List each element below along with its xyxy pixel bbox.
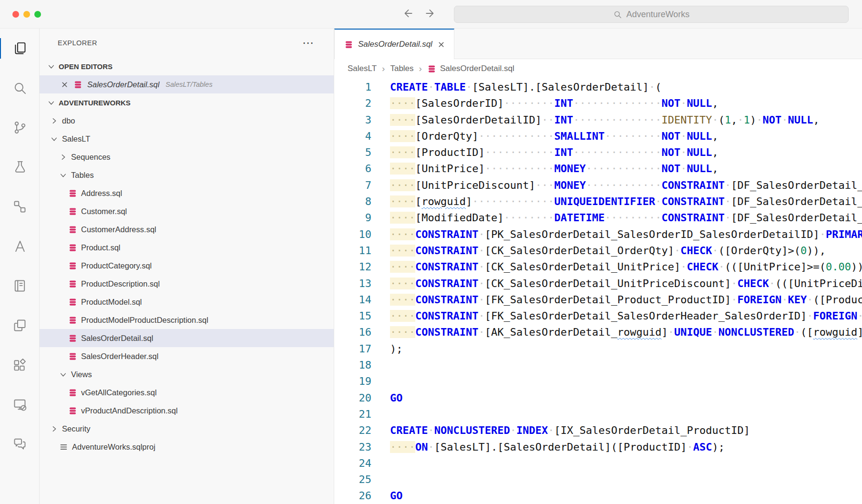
tree-item-adventureworks.sqlproj[interactable]: AdventureWorks.sqlproj (40, 438, 334, 456)
activity-bar-search-icon[interactable] (0, 68, 39, 108)
activity-bar-device-disconnect-icon[interactable] (0, 385, 39, 424)
tree-item-views[interactable]: Views (40, 365, 334, 383)
code-line-15[interactable]: 15····CONSTRAINT·[FK_SalesOrderDetail_Sa… (334, 308, 862, 324)
tree-item-tables[interactable]: Tables (40, 166, 334, 184)
activity-bar-comments-icon[interactable] (0, 424, 39, 464)
code-line-3[interactable]: 3····[SalesOrderDetailID]··INT··········… (334, 112, 862, 128)
code-line-text: ····[ProductID]···········INT···········… (371, 144, 718, 161)
line-number: 15 (334, 308, 371, 324)
code-line-11[interactable]: 11····CONSTRAINT·[CK_SalesOrderDetail_Or… (334, 243, 862, 259)
tree-item-product.sql[interactable]: Product.sql (40, 238, 334, 257)
tree-item-salesorderheader.sql[interactable]: SalesOrderHeader.sql (40, 347, 334, 365)
code-line-24[interactable]: 24 (334, 455, 862, 472)
code-line-13[interactable]: 13····CONSTRAINT·[CK_SalesOrderDetail_Un… (334, 276, 862, 292)
code-line-20[interactable]: 20GO (334, 390, 862, 406)
code-line-18[interactable]: 18 (334, 357, 862, 373)
code-line-text: ····ON·[SalesLT].[SalesOrderDetail]([Pro… (371, 439, 725, 455)
project-section-header[interactable]: ADVENTUREWORKS (40, 93, 334, 112)
line-number: 8 (334, 194, 371, 210)
close-editor-icon[interactable] (61, 81, 69, 89)
line-number: 5 (334, 144, 371, 161)
code-line-26[interactable]: 26GO (334, 488, 862, 504)
activity-bar-extensions-icon[interactable] (0, 345, 39, 385)
code-line-14[interactable]: 14····CONSTRAINT·[FK_SalesOrderDetail_Pr… (334, 292, 862, 308)
line-number: 7 (334, 177, 371, 194)
code-line-text: ····CONSTRAINT·[FK_SalesOrderDetail_Sale… (371, 308, 862, 324)
zoom-window-button[interactable] (34, 11, 41, 18)
activity-bar-azure-icon[interactable] (0, 226, 39, 266)
command-center-search[interactable]: AdventureWorks (454, 6, 849, 23)
code-line-21[interactable]: 21 (334, 406, 862, 422)
minimize-window-button[interactable] (23, 11, 30, 18)
tree-item-productmodelproductdescription.sql[interactable]: ProductModelProductDescription.sql (40, 311, 334, 329)
activity-bar-connections-icon[interactable] (0, 187, 39, 226)
back-arrow-icon[interactable] (401, 7, 414, 21)
code-line-6[interactable]: 6····[UnitPrice]···········MONEY········… (334, 161, 862, 177)
code-editor[interactable]: 1CREATE·TABLE·[SalesLT].[SalesOrderDetai… (334, 78, 862, 504)
chevron-down-icon (59, 171, 67, 179)
code-line-7[interactable]: 7····[UnitPriceDiscount]···MONEY········… (334, 177, 862, 194)
chevron-down-icon (47, 99, 55, 107)
code-line-23[interactable]: 23····ON·[SalesLT].[SalesOrderDetail]([P… (334, 439, 862, 455)
code-line-9[interactable]: 9····[ModifiedDate]········DATETIME·····… (334, 210, 862, 226)
database-icon (68, 406, 77, 415)
code-line-16[interactable]: 16····CONSTRAINT·[AK_SalesOrderDetail_ro… (334, 324, 862, 340)
tree-item-dbo[interactable]: dbo (40, 112, 334, 130)
code-line-4[interactable]: 4····[OrderQty]············SMALLINT·····… (334, 128, 862, 144)
close-window-button[interactable] (12, 11, 19, 18)
line-number: 25 (334, 472, 371, 488)
code-line-17[interactable]: 17); (334, 341, 862, 357)
activity-bar-flask-icon[interactable] (0, 147, 39, 187)
code-line-text: ····CONSTRAINT·[AK_SalesOrderDetail_rowg… (371, 324, 862, 340)
tree-item-salesorderdetail.sql[interactable]: SalesOrderDetail.sql (40, 329, 334, 347)
activity-bar-source-control-icon[interactable] (0, 108, 39, 147)
code-line-text: ····CONSTRAINT·[CK_SalesOrderDetail_Unit… (371, 276, 862, 292)
tree-item-saleslt[interactable]: SalesLT (40, 130, 334, 148)
line-number: 21 (334, 406, 371, 422)
tree-item-sequences[interactable]: Sequences (40, 148, 334, 166)
project-section-label: ADVENTUREWORKS (59, 99, 131, 107)
tree-item-productmodel.sql[interactable]: ProductModel.sql (40, 293, 334, 311)
open-editor-item[interactable]: SalesOrderDetail.sql SalesLT/Tables (40, 75, 334, 93)
explorer-tree: dboSalesLTSequencesTablesAddress.sqlCust… (40, 112, 334, 456)
database-icon (68, 279, 77, 288)
tree-item-productcategory.sql[interactable]: ProductCategory.sql (40, 257, 334, 275)
code-line-19[interactable]: 19 (334, 373, 862, 390)
more-actions-icon[interactable]: ⋯ (302, 29, 315, 57)
tree-item-address.sql[interactable]: Address.sql (40, 184, 334, 202)
tree-item-label: SalesOrderDetail.sql (81, 334, 153, 343)
chevron-right-icon (59, 153, 67, 161)
open-editors-section-header[interactable]: OPEN EDITORS (40, 57, 334, 75)
database-icon (68, 298, 77, 307)
tab-salesorderdetail[interactable]: SalesOrderDetail.sql (334, 29, 454, 59)
open-editors-label: OPEN EDITORS (59, 62, 113, 71)
code-line-12[interactable]: 12····CONSTRAINT·[CK_SalesOrderDetail_Un… (334, 259, 862, 275)
breadcrumb-folder[interactable]: Tables (390, 64, 413, 73)
activity-bar-explorer-icon[interactable] (0, 29, 39, 68)
code-line-10[interactable]: 10····CONSTRAINT·[PK_SalesOrderDetail_Sa… (334, 226, 862, 243)
tree-item-security[interactable]: Security (40, 420, 334, 438)
forward-arrow-icon[interactable] (424, 7, 437, 21)
explorer-sidebar: EXPLORER ⋯ OPEN EDITORS SalesOrderDetail… (40, 29, 334, 504)
tree-item-productdescription.sql[interactable]: ProductDescription.sql (40, 275, 334, 293)
breadcrumb-file[interactable]: SalesOrderDetail.sql (427, 64, 514, 73)
breadcrumb-schema[interactable]: SalesLT (348, 64, 377, 73)
tree-item-customeraddress.sql[interactable]: CustomerAddress.sql (40, 220, 334, 238)
open-editor-filename: SalesOrderDetail.sql (87, 80, 159, 89)
close-tab-icon[interactable] (437, 41, 445, 49)
code-line-2[interactable]: 2····[SalesOrderID]········INT··········… (334, 95, 862, 112)
tree-item-customer.sql[interactable]: Customer.sql (40, 202, 334, 220)
line-number: 14 (334, 292, 371, 308)
code-line-1[interactable]: 1CREATE·TABLE·[SalesLT].[SalesOrderDetai… (334, 79, 862, 95)
tree-item-vgetallcategories.sql[interactable]: vGetAllCategories.sql (40, 383, 334, 401)
tree-item-vproductanddescription.sql[interactable]: vProductAndDescription.sql (40, 401, 334, 420)
code-line-8[interactable]: 8····[rowguid]·············UNIQUEIDENTIF… (334, 194, 862, 210)
code-line-text (371, 472, 396, 488)
activity-bar-notebook-icon[interactable] (0, 266, 39, 306)
code-line-5[interactable]: 5····[ProductID]···········INT··········… (334, 144, 862, 161)
code-line-25[interactable]: 25 (334, 472, 862, 488)
database-icon (68, 388, 77, 397)
activity-bar-windows-icon[interactable] (0, 306, 39, 345)
code-line-22[interactable]: 22CREATE·NONCLUSTERED·INDEX·[IX_SalesOrd… (334, 422, 862, 439)
code-line-text: ····[rowguid]·············UNIQUEIDENTIFI… (371, 194, 862, 210)
